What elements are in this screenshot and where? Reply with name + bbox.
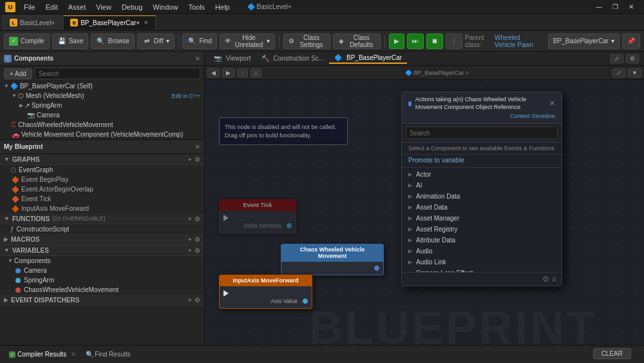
ctx-item-actor[interactable]: ▶Actor: [402, 169, 562, 180]
event-dispatchers-gear-icon[interactable]: ⚙: [194, 297, 200, 304]
hide-unrelated-button[interactable]: 👁 Hide Unrelated ▾: [220, 34, 275, 49]
viewport-home-button[interactable]: ⌂: [251, 68, 261, 77]
event-graph-item[interactable]: ⬡ EventGraph: [0, 165, 204, 175]
menu-view[interactable]: View: [91, 2, 116, 12]
viewport-zoom-button[interactable]: ⤢: [612, 68, 625, 77]
macros-add-icon[interactable]: +: [188, 235, 192, 243]
graphs-gear-icon[interactable]: ⚙: [194, 156, 200, 163]
menu-file[interactable]: File: [19, 2, 40, 12]
viewport-up-button[interactable]: ↑: [237, 68, 248, 77]
maximize-button[interactable]: ❐: [607, 0, 623, 14]
menu-tools[interactable]: Tools: [184, 2, 209, 12]
menu-debug[interactable]: Debug: [117, 2, 147, 12]
viewport-forward-button[interactable]: ▶: [222, 68, 234, 77]
clear-button[interactable]: CLEAR: [593, 348, 631, 359]
input-axis-move-forward[interactable]: InputAxis MoveForward: [0, 204, 204, 213]
tree-item-chaos[interactable]: C ChaosWheeledVehicleMovement: [0, 120, 204, 130]
ctx-item-ai[interactable]: ▶AI: [402, 180, 562, 191]
stop-button[interactable]: ⏹: [426, 34, 443, 49]
event-dispatchers-add-icon[interactable]: +: [188, 296, 192, 304]
tree-item-springarm[interactable]: ▶ ↗ SpringArm: [0, 101, 204, 110]
event-actor-begin-overlap[interactable]: Event ActorBeginOverlap: [0, 184, 204, 194]
macros-gear-icon[interactable]: ⚙: [194, 236, 200, 243]
components-search-input[interactable]: [35, 68, 200, 79]
blueprint-name-button[interactable]: BP_BasePlayerCar ▾: [548, 34, 620, 49]
ctx-item-audio[interactable]: ▶Audio: [402, 246, 562, 257]
input-exec-out-pin: [223, 290, 229, 297]
event-begin-play[interactable]: Event BeginPlay: [0, 175, 204, 184]
minimize-button[interactable]: —: [591, 0, 607, 14]
find-button[interactable]: 🔍 Find: [182, 34, 216, 49]
compiler-results-tab[interactable]: ✓ Compiler Results ✕: [4, 349, 81, 359]
tab-bp-base-player-car[interactable]: B BP_BasePlayerCar+ ✕: [63, 15, 156, 30]
variables-add-icon[interactable]: +: [188, 246, 192, 254]
viewport-back-button[interactable]: ◀: [207, 68, 220, 77]
viewport-filter-button[interactable]: ▼: [628, 68, 641, 77]
menu-window[interactable]: Window: [148, 2, 182, 12]
context-menu-search-input[interactable]: [406, 126, 558, 139]
menu-help[interactable]: Help: [211, 2, 234, 12]
var-camera[interactable]: Camera: [0, 266, 204, 275]
play-button[interactable]: ▶: [389, 34, 404, 49]
tab-basic-level[interactable]: L BasicLevel+: [3, 15, 62, 30]
chaos-node[interactable]: Chaos Wheeled Vehicle Movement: [281, 244, 384, 275]
context-menu-close-button[interactable]: ✕: [549, 99, 555, 108]
components-icon: C: [4, 55, 12, 63]
promote-to-variable-item[interactable]: Promote to variable: [402, 155, 562, 166]
my-blueprint-close-icon[interactable]: ✕: [195, 144, 200, 150]
event-dispatchers-section-header[interactable]: ▶ EVENT DISPATCHERS + ⚙: [0, 295, 204, 306]
viewport-expand-button[interactable]: ⤢: [611, 54, 623, 63]
find-results-tab[interactable]: 🔍 Find Results: [81, 349, 136, 359]
variables-section-header[interactable]: ▼ VARIABLES + ⚙: [0, 245, 204, 256]
tab-close-icon[interactable]: ✕: [144, 19, 149, 26]
event-tick-node[interactable]: Event Tick Delta Seconds: [219, 199, 296, 233]
add-component-button[interactable]: + Add: [4, 68, 32, 79]
context-settings-icon[interactable]: ⚙: [542, 275, 549, 284]
close-button[interactable]: ✕: [623, 0, 639, 14]
ctx-item-asset-registry[interactable]: ▶Asset Registry: [402, 224, 562, 235]
functions-section-header[interactable]: ▼ FUNCTIONS (22 OVERRIDABLE) + ⚙: [0, 213, 204, 224]
ctx-item-attribute-data[interactable]: ▶Attribute Data: [402, 235, 562, 246]
ctx-item-animation-data[interactable]: ▶Animation Data: [402, 191, 562, 202]
components-close-icon[interactable]: ✕: [195, 55, 200, 62]
menu-asset[interactable]: Asset: [64, 2, 91, 12]
graphs-add-icon[interactable]: +: [188, 155, 192, 163]
ctx-item-asset-data[interactable]: ▶Asset Data: [402, 202, 562, 213]
ctx-item-asset-manager[interactable]: ▶Asset Manager: [402, 213, 562, 224]
var-components-category[interactable]: ▼ Components: [0, 256, 204, 266]
edit-cpp-link[interactable]: Edit in C++: [171, 93, 200, 99]
viewport-tab-viewport[interactable]: 📷 Viewport: [209, 54, 256, 63]
compile-button[interactable]: ✓ Compile: [4, 34, 50, 49]
viewport-tab-construction[interactable]: 🔨 Construction Sc...: [256, 54, 330, 63]
tree-item-self[interactable]: ▼ 🔷 BP_BasePlayerCar (Self): [0, 81, 204, 91]
save-button[interactable]: 💾 Save: [52, 34, 89, 49]
more-options-button[interactable]: ⋮: [446, 34, 462, 49]
var-springarm[interactable]: SpringArm: [0, 275, 204, 285]
menu-edit[interactable]: Edit: [41, 2, 62, 12]
ctx-item-camera-lens[interactable]: ▶Camera Lens Effect: [402, 268, 562, 272]
compiler-results-close-icon[interactable]: ✕: [71, 351, 76, 358]
blueprint-pin-button[interactable]: 📌: [622, 34, 640, 49]
class-defaults-button[interactable]: ◈ Class Defaults: [333, 34, 381, 49]
construction-script-item[interactable]: ƒ ConstructionScript: [0, 224, 204, 234]
variables-gear-icon[interactable]: ⚙: [194, 247, 200, 254]
var-chaos-wheeled[interactable]: ChaosWheeledVehicleMovement: [0, 285, 204, 295]
play-step-button[interactable]: ⏭: [407, 34, 424, 49]
class-settings-button[interactable]: ⚙ Class Settings: [283, 34, 331, 49]
functions-gear-icon[interactable]: ⚙: [194, 215, 200, 222]
context-list-icon[interactable]: ≡: [552, 275, 556, 284]
ctx-item-audio-link[interactable]: ▶Audio Link: [402, 257, 562, 268]
tree-item-mesh[interactable]: ▼ ⬡ Mesh (VehicleMesh) Edit in C++: [0, 91, 204, 101]
diff-button[interactable]: ⇄ Diff ▾: [137, 34, 175, 49]
graphs-section-header[interactable]: ▼ GRAPHS + ⚙: [0, 154, 204, 165]
browse-button[interactable]: 🔍 Browse: [91, 34, 134, 49]
input-axis-node[interactable]: InputAxis MoveForward Axis Value: [219, 275, 312, 309]
viewport-tab-bp[interactable]: 🔷 BP_BasePlayerCar: [329, 53, 407, 64]
functions-add-icon[interactable]: +: [188, 215, 192, 222]
bottom-bar: ✓ Compiler Results ✕ 🔍 Find Results CLEA…: [0, 345, 644, 363]
macros-section-header[interactable]: ▶ MACROS + ⚙: [0, 234, 204, 245]
tree-item-vehicle-movement[interactable]: 🚗 Vehicle Movement Component (VehicleMov…: [0, 130, 204, 139]
viewport-settings-button[interactable]: ⚙: [626, 54, 639, 63]
tree-item-camera[interactable]: 📷 Camera: [0, 110, 204, 120]
event-tick[interactable]: Event Tick: [0, 194, 204, 204]
